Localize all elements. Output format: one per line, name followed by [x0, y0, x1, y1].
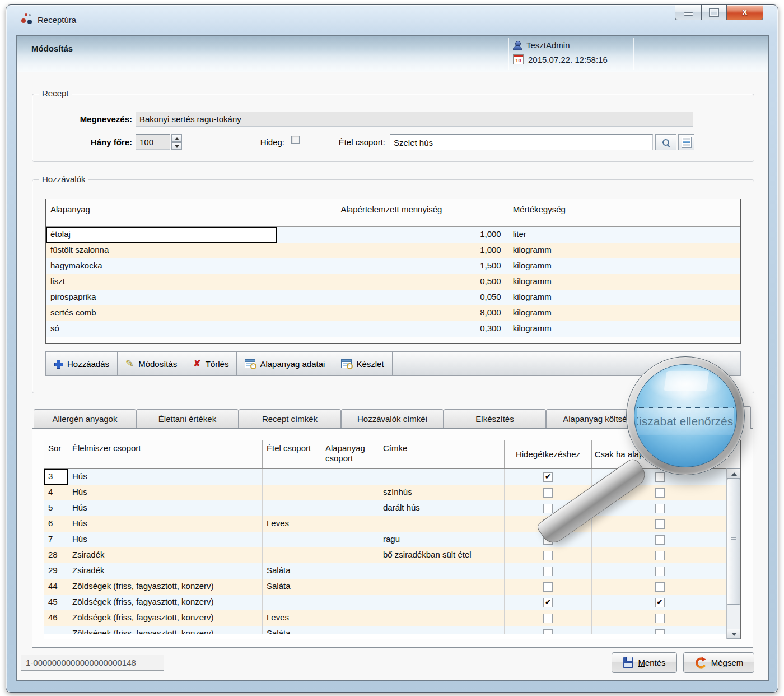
cold-checkbox[interactable] [291, 136, 300, 144]
cold-checkbox[interactable]: ✔ [543, 598, 553, 607]
grid-dish-group-cell[interactable] [263, 595, 321, 610]
grid-material-group-cell[interactable] [321, 563, 379, 579]
hozz-ad-s-button[interactable]: Hozzáadás [46, 352, 118, 375]
grid-column-header[interactable]: Hidegétkezéshez [505, 440, 592, 468]
grid-sor-cell[interactable]: 44 [44, 579, 68, 595]
cancel-button[interactable]: Mégsem [683, 652, 754, 673]
grid-dish-group-cell[interactable]: Leves [263, 516, 321, 532]
grid-tag-cell[interactable]: darált hús [379, 500, 505, 516]
ingredient-name-cell[interactable]: só [46, 321, 277, 337]
grid-tag-cell[interactable]: ragu [379, 532, 505, 547]
servings-field[interactable] [136, 134, 170, 150]
cold-checkbox[interactable] [543, 504, 553, 513]
grid-tag-cell[interactable] [379, 579, 505, 595]
grid-food-group-cell[interactable]: Zöldségek (friss, fagyasztott, konzerv) [68, 579, 263, 595]
grid-dish-group-cell[interactable]: Saláta [263, 563, 321, 579]
grid-material-group-cell[interactable] [321, 595, 379, 610]
cold-checkbox[interactable] [543, 614, 553, 623]
vertical-scrollbar[interactable] [726, 468, 740, 639]
grid-material-group-cell[interactable] [321, 516, 379, 532]
scroll-down-button[interactable] [727, 629, 740, 639]
grid-dish-group-cell[interactable]: Saláta [263, 626, 321, 634]
ingredient-row[interactable]: pirospaprika0,050kilogramm [46, 290, 740, 305]
grid-column-header[interactable]: Alapanyag csoport [321, 440, 379, 468]
cold-checkbox[interactable] [543, 582, 553, 592]
save-button[interactable]: Mentés [612, 652, 677, 673]
grid-column-header[interactable]: Címke [379, 440, 505, 468]
grid-column-header[interactable]: Sor [44, 440, 68, 468]
grid-food-group-cell[interactable]: Zöldségek (friss, fagyasztott, konzerv) [68, 626, 263, 634]
scrollbar-thumb[interactable] [727, 479, 740, 605]
grid-sor-cell[interactable]: 46 [44, 610, 68, 626]
only-material-checkbox[interactable] [655, 488, 665, 498]
grid-sor-cell[interactable] [44, 626, 68, 634]
grid-food-group-cell[interactable]: Hús [68, 532, 263, 547]
ingredient-unit-cell[interactable]: kilogramm [508, 258, 740, 274]
ingredient-name-cell[interactable]: hagymakocka [46, 258, 277, 274]
minimize-button[interactable] [675, 5, 701, 20]
tab-4[interactable]: Hozzávalók címkéi [341, 409, 444, 428]
grid-sor-cell[interactable]: 28 [44, 547, 68, 563]
only-material-checkbox[interactable] [655, 535, 665, 545]
grid-row[interactable]: Zöldségek (friss, fagyasztott, konzerv)S… [44, 626, 740, 634]
grid-material-group-cell[interactable] [321, 469, 379, 485]
ingredient-quantity-cell[interactable]: 1,000 [277, 243, 508, 258]
t-rl-s-button[interactable]: ✘Törlés [185, 352, 237, 375]
grid-dish-group-cell[interactable]: Saláta [263, 579, 321, 595]
only-material-checkbox[interactable] [655, 567, 665, 576]
grid-column-header[interactable]: Élelmiszer csoport [68, 440, 263, 468]
scroll-up-button[interactable] [727, 468, 740, 479]
grid-sor-cell[interactable]: 29 [44, 563, 68, 579]
grid-sor-cell[interactable]: 3 [44, 469, 68, 485]
only-material-checkbox[interactable] [655, 551, 665, 560]
grid-tag-cell[interactable] [379, 563, 505, 579]
record-id-field[interactable] [21, 655, 164, 671]
grid-dish-group-cell[interactable] [263, 469, 321, 485]
ingredient-quantity-cell[interactable]: 0,500 [277, 274, 508, 290]
food-group-list-button[interactable] [678, 134, 694, 150]
grid-dish-group-cell[interactable] [263, 485, 321, 500]
grid-tag-cell[interactable] [379, 595, 505, 610]
grid-row[interactable]: 44Zöldségek (friss, fagyasztott, konzerv… [44, 579, 740, 595]
grid-row[interactable]: 28Zsiradékbő zsiradékban sült étel [44, 547, 740, 563]
food-group-search-button[interactable] [655, 134, 676, 150]
ingredient-quantity-cell[interactable]: 0,300 [277, 321, 508, 337]
ingredient-name-cell[interactable]: pirospaprika [46, 290, 277, 305]
ingredient-row[interactable]: étolaj1,000liter [46, 227, 740, 243]
ingredients-column-header[interactable]: Mértékegység [508, 199, 740, 226]
tab-1[interactable]: Allergén anyagok [34, 409, 136, 428]
grid-row[interactable]: 45Zöldségek (friss, fagyasztott, konzerv… [44, 595, 740, 610]
grid-tag-cell[interactable] [379, 469, 505, 485]
maximize-button[interactable] [701, 5, 726, 20]
tab-2[interactable]: Élettani értékek [136, 409, 239, 428]
grid-sor-cell[interactable]: 45 [44, 595, 68, 610]
ingredient-row[interactable]: liszt0,500kilogramm [46, 274, 740, 290]
k-szlet-button[interactable]: Készlet [333, 352, 392, 375]
alapanyag-adatai-button[interactable]: Alapanyag adatai [237, 352, 333, 375]
ingredient-row[interactable]: sertés comb8,000kilogramm [46, 305, 740, 321]
grid-food-group-cell[interactable]: Hús [68, 485, 263, 500]
only-material-checkbox[interactable] [655, 519, 665, 529]
ingredient-quantity-cell[interactable]: 8,000 [277, 305, 508, 321]
ingredient-name-cell[interactable]: sertés comb [46, 305, 277, 321]
stepper-up-button[interactable] [171, 134, 182, 142]
grid-row[interactable]: 46Zöldségek (friss, fagyasztott, konzerv… [44, 610, 740, 626]
ingredient-unit-cell[interactable]: liter [508, 227, 740, 243]
grid-sor-cell[interactable]: 6 [44, 516, 68, 532]
name-field[interactable] [136, 112, 693, 127]
grid-food-group-cell[interactable]: Zöldségek (friss, fagyasztott, konzerv) [68, 595, 263, 610]
only-material-checkbox[interactable] [655, 504, 665, 513]
grid-column-header[interactable]: Étel csoport [263, 440, 321, 468]
ingredient-unit-cell[interactable]: kilogramm [508, 321, 740, 337]
tab-5[interactable]: Elkészítés [444, 409, 546, 428]
grid-material-group-cell[interactable] [321, 610, 379, 626]
ingredient-quantity-cell[interactable]: 1,500 [277, 258, 508, 274]
grid-tag-cell[interactable]: színhús [379, 485, 505, 500]
grid-tag-cell[interactable] [379, 626, 505, 634]
food-group-field[interactable] [390, 134, 653, 150]
grid-sor-cell[interactable]: 4 [44, 485, 68, 500]
only-material-checkbox[interactable] [655, 582, 665, 592]
cold-checkbox[interactable] [543, 488, 553, 498]
grid-food-group-cell[interactable]: Hús [68, 516, 263, 532]
grid-material-group-cell[interactable] [321, 579, 379, 595]
